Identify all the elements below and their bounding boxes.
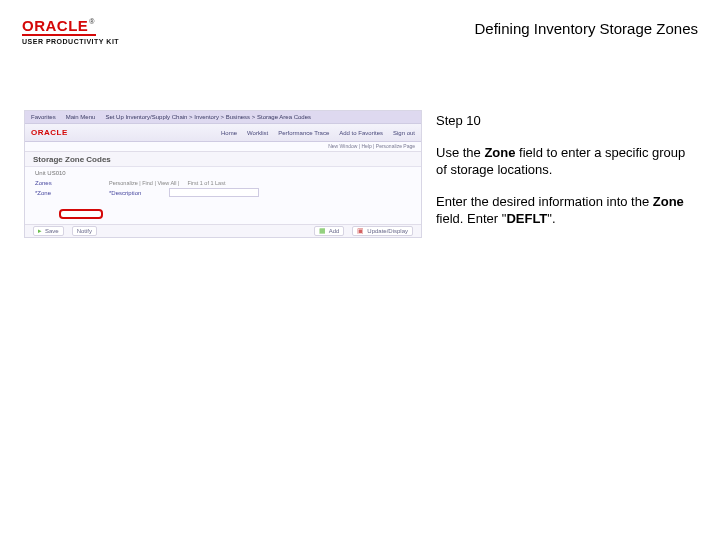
instruction-2: Enter the desired information into the Z…	[436, 193, 698, 228]
brand-subline: USER PRODUCTIVITY KIT	[22, 38, 119, 45]
ss-link-perf: Performance Trace	[278, 130, 329, 136]
ss-zone-label: *Zone	[35, 190, 99, 196]
ss-top-fav: Favorites	[31, 114, 56, 120]
ss-personalize: Personalize | Find | View All |	[109, 180, 180, 186]
zone-field-highlight[interactable]	[59, 209, 103, 219]
oracle-logo: ORACLE®	[22, 18, 119, 33]
page-title: Defining Inventory Storage Zones	[475, 20, 698, 37]
step-label: Step 10	[436, 112, 698, 130]
oracle-logo-text: ORACLE	[22, 17, 88, 34]
ss-link-fav: Add to Favorites	[339, 130, 383, 136]
ss-bar3: New Window | Help | Personalize Page	[25, 142, 421, 152]
brand-block: ORACLE® USER PRODUCTIVITY KIT	[22, 18, 119, 45]
instructions-panel: Step 10 Use the Zone field to enter a sp…	[436, 110, 698, 242]
ss-save-button: ▸Save	[33, 226, 64, 236]
ss-breadcrumb: Set Up Inventory/Supply Chain > Inventor…	[105, 114, 311, 120]
ss-zones-row: Zones Personalize | Find | View All | Fi…	[25, 179, 421, 187]
update-icon: ▣	[357, 227, 364, 235]
ss-update-button: ▣Update/Display	[352, 226, 413, 236]
ss-link-signout: Sign out	[393, 130, 415, 136]
ss-desc-label: *Description	[109, 190, 159, 196]
ss-section-title: Storage Zone Codes	[25, 152, 421, 167]
ss-desc-input	[169, 188, 259, 197]
ss-firstlast: First 1 of 1 Last	[188, 180, 226, 186]
ss-zones-label: Zones	[35, 180, 99, 186]
ss-oracle-logo: ORACLE	[31, 128, 68, 137]
ss-bar2: ORACLE Home Worklist Performance Trace A…	[25, 124, 421, 142]
ss-unit: Unit US010	[25, 167, 421, 179]
registered-mark: ®	[89, 18, 95, 25]
ss-topbar: Favorites Main Menu Set Up Inventory/Sup…	[25, 111, 421, 124]
ss-bar3-links: New Window | Help | Personalize Page	[328, 143, 415, 149]
ss-link-home: Home	[221, 130, 237, 136]
ss-top-main: Main Menu	[66, 114, 96, 120]
ss-add-button: ▦Add	[314, 226, 345, 236]
ss-link-worklist: Worklist	[247, 130, 268, 136]
ss-footer: ▸Save Notify ▦Add ▣Update/Display	[25, 224, 421, 237]
ss-notify-button: Notify	[72, 226, 97, 236]
app-screenshot: Favorites Main Menu Set Up Inventory/Sup…	[24, 110, 422, 238]
save-icon: ▸	[38, 227, 42, 235]
add-icon: ▦	[319, 227, 326, 235]
instruction-1: Use the Zone field to enter a specific g…	[436, 144, 698, 179]
brand-underline	[22, 34, 96, 36]
ss-fields-row: *Zone *Description	[25, 187, 421, 198]
